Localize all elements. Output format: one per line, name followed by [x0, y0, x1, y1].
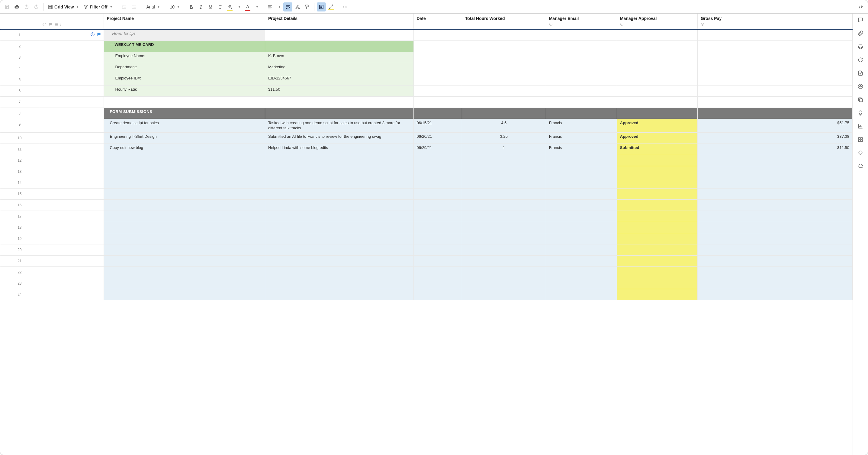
collapse-button[interactable]: [856, 2, 865, 11]
italic-button[interactable]: [196, 2, 205, 11]
strikethrough-button[interactable]: [216, 2, 225, 11]
row-2-section-header[interactable]: 2 –WEEKLY TIME CARD: [0, 41, 852, 52]
grid-view-dropdown[interactable]: Grid View ▼: [46, 2, 81, 11]
row-1[interactable]: 1 ↑ Hover for tips: [0, 29, 852, 41]
right-rail: [852, 13, 868, 455]
text-color-caret[interactable]: ▼: [253, 2, 260, 11]
col-gross-pay[interactable]: Gross Pay: [698, 13, 852, 29]
row-14[interactable]: 14: [0, 177, 852, 188]
row-8-form-header[interactable]: 8 FORM SUBMISSIONS: [0, 108, 852, 119]
font-name-label: Arial: [147, 4, 155, 9]
text-color-button[interactable]: [243, 2, 252, 11]
cell-pay[interactable]: $11.50: [698, 144, 852, 155]
row-13[interactable]: 13: [0, 166, 852, 177]
row-9[interactable]: 9 Create demo script for sales Tasked wi…: [0, 119, 852, 133]
font-name-dropdown[interactable]: Arial ▼: [144, 2, 162, 11]
activity-panel-icon[interactable]: [857, 83, 864, 90]
underline-button[interactable]: [206, 2, 215, 11]
collapse-toggle[interactable]: –: [110, 42, 114, 48]
align-caret[interactable]: ▼: [275, 2, 283, 11]
refresh-panel-icon[interactable]: [857, 57, 864, 63]
sheet-area: i Project Name Project Details Date Tota…: [0, 13, 852, 455]
svg-rect-11: [861, 140, 862, 142]
cell-project[interactable]: Engineering T-Shirt Design: [103, 132, 265, 144]
cell-pay[interactable]: $37.38: [698, 132, 852, 144]
cell-date[interactable]: 06/15/21: [413, 119, 462, 133]
cell-details[interactable]: Tasked with creating one demo script for…: [265, 119, 413, 133]
export-panel-icon[interactable]: [857, 70, 864, 77]
print-button[interactable]: [12, 2, 22, 11]
cell-details[interactable]: Helped Linda with some blog edits: [265, 144, 413, 155]
comment-icon: [97, 32, 101, 36]
highlight-button[interactable]: [327, 2, 336, 11]
row-12[interactable]: 12: [0, 155, 852, 166]
fill-color-button[interactable]: [225, 2, 235, 11]
svg-point-2: [346, 6, 347, 7]
row-20[interactable]: 20: [0, 244, 852, 255]
col-date[interactable]: Date: [413, 13, 462, 29]
cell-hours[interactable]: 3.25: [462, 132, 546, 144]
row-7[interactable]: 7: [0, 97, 852, 108]
undo-button[interactable]: [22, 2, 31, 11]
clear-format-button[interactable]: [293, 2, 302, 11]
cell-approval[interactable]: Approved: [617, 119, 698, 133]
cell-date[interactable]: 06/29/21: [413, 144, 462, 155]
save-button[interactable]: [3, 2, 12, 11]
align-button[interactable]: [266, 2, 275, 11]
row-17[interactable]: 17: [0, 211, 852, 222]
print-panel-icon[interactable]: [857, 43, 864, 50]
row-23[interactable]: 23: [0, 278, 852, 289]
row-3[interactable]: 3 Employee Name: K. Brown: [0, 52, 852, 63]
col-project-details[interactable]: Project Details: [265, 13, 413, 29]
cell-manager-email[interactable]: Francis: [546, 132, 617, 144]
row-22[interactable]: 22: [0, 267, 852, 278]
row-24[interactable]: 24: [0, 289, 852, 300]
cloud-panel-icon[interactable]: [857, 163, 864, 170]
redo-button[interactable]: [32, 2, 41, 11]
more-button[interactable]: [341, 2, 350, 11]
copy-panel-icon[interactable]: [857, 96, 864, 103]
filter-dropdown[interactable]: Filter Off ▼: [81, 2, 114, 11]
cell-date[interactable]: 06/20/21: [413, 132, 462, 144]
row-19[interactable]: 19: [0, 233, 852, 244]
cell-manager-email[interactable]: Francis: [546, 119, 617, 133]
row-5[interactable]: 5 Employee ID#: EID-1234567: [0, 74, 852, 86]
borders-button[interactable]: [317, 2, 326, 11]
cell-project[interactable]: Create demo script for sales: [103, 119, 265, 133]
grid[interactable]: i Project Name Project Details Date Tota…: [0, 13, 852, 455]
cell-manager-email[interactable]: Francis: [546, 144, 617, 155]
wrap-text-button[interactable]: [283, 2, 292, 11]
cell-hours[interactable]: 1: [462, 144, 546, 155]
format-painter-button[interactable]: [303, 2, 312, 11]
col-project-name[interactable]: Project Name: [103, 13, 265, 29]
bold-button[interactable]: [187, 2, 196, 11]
cell-pay[interactable]: $51.75: [698, 119, 852, 133]
col-manager-email[interactable]: Manager Email: [546, 13, 617, 29]
outdent-button[interactable]: [120, 2, 129, 11]
apps-panel-icon[interactable]: [857, 136, 864, 143]
row-16[interactable]: 16: [0, 200, 852, 211]
attachments-panel-icon[interactable]: [857, 30, 864, 36]
row-21[interactable]: 21: [0, 255, 852, 267]
row-10[interactable]: 10 Engineering T-Shirt Design Submitted …: [0, 132, 852, 144]
fill-color-caret[interactable]: ▼: [235, 2, 243, 11]
indent-button[interactable]: [129, 2, 138, 11]
cell-project[interactable]: Copy edit new blog: [103, 144, 265, 155]
idea-panel-icon[interactable]: [857, 110, 864, 116]
row-4[interactable]: 4 Department: Marketing: [0, 63, 852, 74]
comments-panel-icon[interactable]: [857, 17, 864, 23]
cell-approval[interactable]: Submitted: [617, 144, 698, 155]
col-total-hours[interactable]: Total Hours Worked: [462, 13, 546, 29]
row-18[interactable]: 18: [0, 222, 852, 233]
row-15[interactable]: 15: [0, 188, 852, 200]
row-6[interactable]: 6 Hourly Rate: $11.50: [0, 86, 852, 97]
chart-panel-icon[interactable]: [857, 123, 864, 130]
row-11[interactable]: 11 Copy edit new blog Helped Linda with …: [0, 144, 852, 155]
caret-down-icon: ▼: [110, 5, 113, 8]
diamond-panel-icon[interactable]: [857, 150, 864, 156]
font-size-dropdown[interactable]: 10 ▼: [167, 2, 182, 11]
cell-hours[interactable]: 4.5: [462, 119, 546, 133]
cell-approval[interactable]: Approved: [617, 132, 698, 144]
col-manager-approval[interactable]: Manager Approval: [617, 13, 698, 29]
cell-details[interactable]: Submitted an AI file to Francis to revie…: [265, 132, 413, 144]
